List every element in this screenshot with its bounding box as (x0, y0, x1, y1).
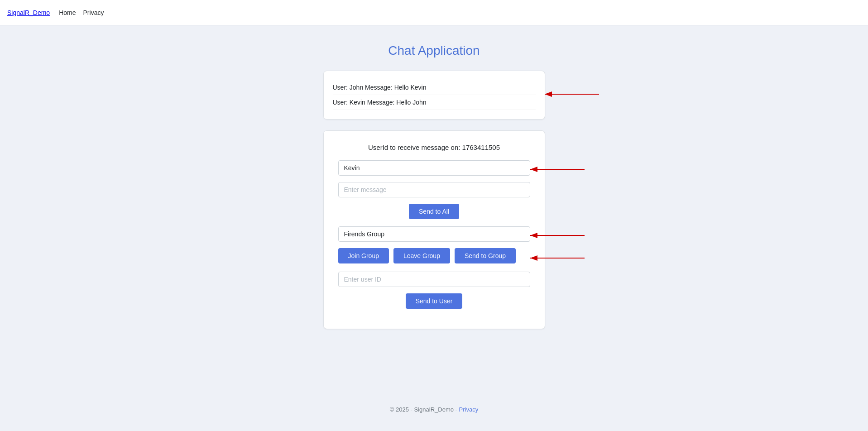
send-to-user-button[interactable]: Send to User (406, 293, 463, 309)
footer-privacy-link[interactable]: Privacy (459, 406, 479, 413)
userid-label: UserId to receive message on: 1763411505 (338, 144, 530, 151)
user-input-group (338, 160, 530, 176)
nav-link-privacy[interactable]: Privacy (83, 9, 104, 16)
send-to-all-container: Send to All (338, 204, 530, 219)
arrow-annotation-4 (526, 253, 589, 263)
arrow-annotation-1 (540, 87, 604, 101)
group-input-group (338, 226, 530, 242)
message-input-group (338, 182, 530, 197)
message-input[interactable] (338, 182, 530, 197)
message-item: User: Kevin Message: Hello John (333, 95, 536, 110)
send-to-group-button[interactable]: Send to Group (455, 248, 516, 263)
navbar: SignalR_Demo Home Privacy (0, 0, 868, 25)
group-buttons-row: Join Group Leave Group Send to Group (338, 248, 530, 263)
userid-input[interactable] (338, 272, 530, 287)
footer: © 2025 - SignalR_Demo - Privacy (0, 397, 868, 422)
send-to-all-button[interactable]: Send to All (409, 204, 459, 219)
arrow-annotation-2 (526, 164, 589, 175)
messages-card: User: John Message: Hello Kevin User: Ke… (323, 71, 545, 120)
form-card: UserId to receive message on: 1763411505… (323, 130, 545, 329)
message-item: User: John Message: Hello Kevin (333, 80, 536, 95)
userid-input-group (338, 272, 530, 287)
nav-links: Home Privacy (59, 9, 104, 16)
user-input[interactable] (338, 160, 530, 176)
group-input[interactable] (338, 226, 530, 242)
leave-group-button[interactable]: Leave Group (393, 248, 450, 263)
arrow-annotation-3 (526, 230, 589, 241)
page-title: Chat Application (388, 43, 480, 58)
main-content: Chat Application User: John Message: Hel… (0, 25, 868, 365)
send-to-user-container: Send to User (338, 293, 530, 309)
join-group-button[interactable]: Join Group (338, 248, 389, 263)
nav-link-home[interactable]: Home (59, 9, 76, 16)
nav-brand[interactable]: SignalR_Demo (7, 9, 50, 16)
footer-text: © 2025 - SignalR_Demo - (390, 406, 459, 413)
